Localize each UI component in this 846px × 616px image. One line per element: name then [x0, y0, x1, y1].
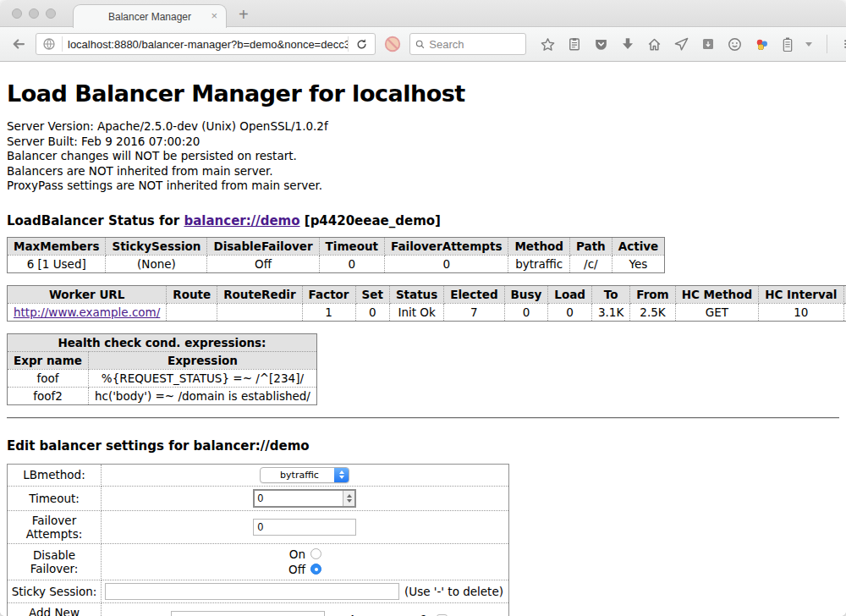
lbmethod-row: LBmethod: bytraffic	[8, 464, 509, 486]
add-worker-row: Add New Worker: Are you sure?	[8, 602, 509, 616]
data-cell: (None)	[106, 255, 207, 272]
page-title: Load Balancer Manager for localhost	[7, 62, 839, 107]
new-tab-button[interactable]: +	[239, 5, 249, 25]
failover-attempts-row: Failover Attempts:	[8, 510, 509, 543]
battery-icon[interactable]	[781, 36, 794, 52]
header-cell: Method	[508, 237, 570, 255]
sticky-session-label: Sticky Session:	[8, 580, 102, 602]
expression-cell: hc('body') =~ /domain is established/	[88, 387, 316, 404]
bookmark-star-icon[interactable]	[540, 36, 556, 52]
persist-notice-line: Balancer changes will NOT be persisted o…	[7, 149, 839, 164]
select-arrows-icon	[334, 468, 349, 482]
proxypass-notice-line: ProxyPass settings are NOT inherited fro…	[7, 179, 839, 194]
table-header-row: Worker URL Route RouteRedir Factor Set S…	[8, 285, 846, 303]
data-cell: 10	[759, 303, 843, 321]
failover-on-radio[interactable]	[310, 548, 321, 559]
timeout-input[interactable]	[255, 491, 343, 506]
expr-name-cell: foof	[8, 369, 89, 387]
header-cell: RouteRedir	[217, 285, 302, 303]
header-cell: Load	[548, 285, 592, 303]
header-cell: HC Interval	[759, 285, 843, 303]
header-cell: DisableFailover	[207, 237, 319, 255]
color-palette-icon[interactable]	[754, 36, 770, 52]
data-cell: 0	[319, 255, 384, 272]
failover-attempts-input[interactable]	[253, 519, 356, 536]
data-cell	[167, 303, 217, 321]
content-blocked-icon[interactable]	[382, 34, 403, 54]
tab-close-icon[interactable]: ×	[211, 9, 217, 22]
server-version-line: Server Version: Apache/2.5.0-dev (Unix) …	[7, 119, 839, 135]
url-text[interactable]: localhost:8880/balancer-manager?b=demo&n…	[63, 38, 348, 51]
expression-cell: %{REQUEST_STATUS} =~ /^[234]/	[88, 369, 316, 387]
search-input[interactable]	[429, 38, 520, 51]
sticky-session-hint: (Use '-' to delete)	[404, 585, 505, 598]
menu-hamburger-icon[interactable]	[842, 36, 846, 52]
header-cell: From	[630, 285, 675, 303]
expr-name-cell: foof2	[8, 387, 89, 404]
overflow-caret-icon[interactable]	[805, 42, 812, 47]
header-cell: Timeout	[319, 237, 384, 255]
sticky-session-input[interactable]	[105, 583, 399, 600]
reload-button[interactable]	[349, 38, 375, 51]
tab-balancer-manager[interactable]: Balancer Manager ×	[73, 4, 227, 28]
balancer-demo-link[interactable]: balancer://demo	[184, 213, 299, 228]
data-cell: 7	[444, 303, 504, 321]
are-you-sure-label: Are you sure?	[349, 613, 427, 616]
browser-window: Balancer Manager × + localhost:8880/bala…	[0, 0, 846, 616]
header-cell: Worker URL	[8, 285, 167, 303]
edit-settings-heading: Edit balancer settings for balancer://de…	[7, 438, 839, 454]
pocket-icon[interactable]	[593, 36, 609, 52]
tab-title: Balancer Manager	[108, 11, 191, 23]
zoom-window-button[interactable]	[46, 8, 56, 19]
window-controls	[12, 8, 56, 19]
add-worker-input[interactable]	[171, 611, 325, 616]
data-cell: 0	[504, 303, 548, 321]
globe-icon[interactable]	[36, 37, 62, 51]
sticky-session-row: Sticky Session: (Use '-' to delete)	[8, 580, 509, 602]
balancer-settings-form: LBmethod: bytraffic Timeout:	[7, 464, 509, 616]
data-cell: 0	[548, 303, 592, 321]
header-cell: Path	[570, 237, 613, 255]
data-cell: 0	[355, 303, 389, 321]
table-header-row: Expr name Expression	[8, 351, 317, 369]
number-spinner-icon[interactable]	[343, 491, 354, 506]
header-cell: Busy	[504, 285, 548, 303]
inherit-notice-line: Balancers are NOT inherited from main se…	[7, 164, 839, 179]
section-divider	[7, 417, 839, 419]
server-info: Server Version: Apache/2.5.0-dev (Unix) …	[7, 119, 839, 194]
health-table-title: Health check cond. expressions:	[8, 333, 317, 351]
header-cell: Route	[167, 285, 217, 303]
reading-list-icon[interactable]	[567, 36, 582, 52]
home-icon[interactable]	[646, 36, 662, 52]
send-tab-icon[interactable]	[673, 36, 689, 52]
data-cell	[217, 303, 302, 321]
worker-url-link[interactable]: http://www.example.com/	[14, 305, 160, 319]
radio-on-label: On	[289, 547, 305, 561]
add-worker-label: Add New Worker:	[8, 602, 102, 616]
timeout-row: Timeout:	[8, 486, 509, 510]
downloads-icon[interactable]	[620, 36, 635, 52]
failover-off-radio[interactable]	[310, 564, 321, 575]
header-cell: FailoverAttempts	[385, 237, 508, 255]
search-icon	[415, 39, 425, 50]
back-button[interactable]	[8, 34, 29, 54]
url-bar[interactable]: localhost:8880/balancer-manager?b=demo&n…	[36, 33, 376, 55]
feedback-smiley-icon[interactable]	[727, 36, 743, 52]
worker-table: Worker URL Route RouteRedir Factor Set S…	[7, 285, 846, 322]
header-cell: Expr name	[8, 351, 89, 369]
balancer-status-table: MaxMembers StickySession DisableFailover…	[7, 237, 665, 273]
minimize-window-button[interactable]	[29, 8, 39, 19]
header-cell: To	[591, 285, 629, 303]
timeout-input-wrapper	[253, 489, 356, 508]
failover-attempts-label: Failover Attempts:	[8, 510, 102, 543]
search-bar[interactable]	[409, 33, 526, 55]
save-page-icon[interactable]	[700, 36, 716, 52]
lbmethod-select[interactable]: bytraffic	[260, 467, 349, 483]
page-content: Load Balancer Manager for localhost Serv…	[0, 62, 846, 616]
disable-failover-label: Disable Failover:	[8, 543, 102, 580]
data-cell: 3.1K	[591, 303, 629, 321]
toolbar-separator	[827, 35, 827, 53]
header-cell: Set	[355, 285, 389, 303]
worker-row: http://www.example.com/ 1 0 Init Ok 7 0 …	[8, 303, 846, 321]
close-window-button[interactable]	[12, 8, 22, 19]
